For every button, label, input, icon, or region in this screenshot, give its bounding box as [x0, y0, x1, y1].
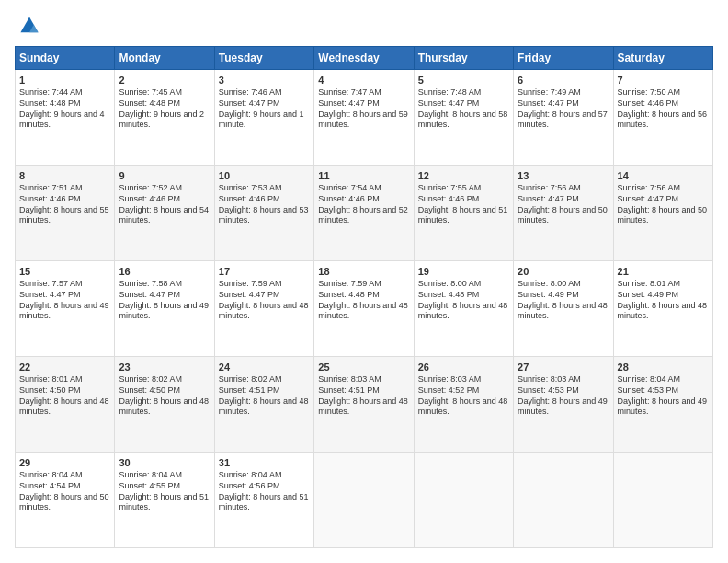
- day-info: Daylight: 8 hours and 57 minutes.: [518, 109, 609, 131]
- day-number: 17: [219, 265, 310, 278]
- day-info: Sunset: 4:48 PM: [19, 98, 110, 109]
- day-info: Sunset: 4:47 PM: [19, 290, 110, 301]
- day-info: Sunset: 4:47 PM: [518, 194, 609, 205]
- day-info: Sunset: 4:48 PM: [318, 290, 409, 301]
- calendar-cell: 13Sunrise: 7:56 AMSunset: 4:47 PMDayligh…: [514, 166, 613, 261]
- day-info: Daylight: 8 hours and 48 minutes.: [119, 396, 210, 418]
- day-number: 28: [618, 361, 709, 373]
- day-info: Daylight: 8 hours and 49 minutes.: [518, 396, 609, 418]
- day-number: 19: [418, 265, 509, 278]
- calendar-cell: 28Sunrise: 8:04 AMSunset: 4:53 PMDayligh…: [613, 357, 712, 453]
- calendar-cell: 29Sunrise: 8:04 AMSunset: 4:54 PMDayligh…: [16, 453, 115, 548]
- day-info: Sunset: 4:51 PM: [219, 385, 310, 396]
- day-info: Daylight: 8 hours and 49 minutes.: [19, 301, 110, 322]
- day-info: Sunrise: 7:44 AM: [19, 87, 110, 98]
- day-number: 16: [119, 265, 210, 278]
- day-info: Sunrise: 7:56 AM: [518, 183, 609, 194]
- day-info: Daylight: 8 hours and 48 minutes.: [219, 396, 310, 418]
- calendar-cell: 11Sunrise: 7:54 AMSunset: 4:46 PMDayligh…: [314, 166, 414, 261]
- day-number: 11: [318, 169, 409, 182]
- day-info: Sunrise: 7:57 AM: [19, 279, 110, 290]
- day-number: 2: [119, 74, 210, 86]
- calendar-table: SundayMondayTuesdayWednesdayThursdayFrid…: [15, 46, 713, 548]
- day-info: Sunset: 4:49 PM: [618, 290, 709, 301]
- day-info: Sunrise: 8:02 AM: [119, 374, 210, 385]
- day-number: 24: [219, 361, 310, 373]
- day-number: 15: [19, 265, 110, 278]
- day-number: 6: [518, 74, 609, 86]
- calendar-cell: 1Sunrise: 7:44 AMSunset: 4:48 PMDaylight…: [16, 70, 115, 166]
- calendar-cell: 3Sunrise: 7:46 AMSunset: 4:47 PMDaylight…: [214, 70, 313, 166]
- day-info: Sunset: 4:49 PM: [518, 290, 609, 301]
- calendar-cell: 24Sunrise: 8:02 AMSunset: 4:51 PMDayligh…: [214, 357, 313, 453]
- day-info: Sunrise: 7:47 AM: [318, 87, 409, 98]
- calendar-cell: 10Sunrise: 7:53 AMSunset: 4:46 PMDayligh…: [214, 166, 313, 261]
- day-info: Sunset: 4:56 PM: [219, 481, 310, 492]
- day-info: Sunrise: 7:59 AM: [219, 279, 310, 290]
- header: [15, 15, 713, 37]
- day-number: 9: [119, 169, 210, 182]
- day-number: 12: [418, 169, 509, 182]
- day-info: Daylight: 8 hours and 48 minutes.: [19, 396, 110, 418]
- day-info: Sunrise: 8:00 AM: [418, 279, 509, 290]
- day-number: 30: [119, 456, 210, 469]
- day-header-sunday: Sunday: [16, 47, 115, 70]
- day-info: Sunrise: 7:49 AM: [518, 87, 609, 98]
- day-info: Sunset: 4:51 PM: [318, 385, 409, 396]
- day-info: Sunrise: 7:52 AM: [119, 183, 210, 194]
- day-info: Daylight: 8 hours and 48 minutes.: [318, 396, 409, 418]
- day-info: Sunset: 4:47 PM: [219, 98, 310, 109]
- day-info: Sunrise: 7:56 AM: [618, 183, 709, 194]
- day-number: 29: [19, 456, 110, 469]
- day-number: 23: [119, 361, 210, 373]
- day-info: Sunset: 4:53 PM: [618, 385, 709, 396]
- calendar-cell: 17Sunrise: 7:59 AMSunset: 4:47 PMDayligh…: [214, 261, 313, 357]
- calendar-cell: 6Sunrise: 7:49 AMSunset: 4:47 PMDaylight…: [514, 70, 613, 166]
- day-info: Sunset: 4:48 PM: [119, 98, 210, 109]
- day-info: Daylight: 8 hours and 54 minutes.: [119, 205, 210, 226]
- calendar-cell: 20Sunrise: 8:00 AMSunset: 4:49 PMDayligh…: [514, 261, 613, 357]
- day-info: Daylight: 8 hours and 51 minutes.: [219, 492, 310, 513]
- day-number: 8: [19, 169, 110, 182]
- day-info: Sunset: 4:46 PM: [19, 194, 110, 205]
- calendar-cell: 15Sunrise: 7:57 AMSunset: 4:47 PMDayligh…: [16, 261, 115, 357]
- day-info: Sunset: 4:46 PM: [618, 98, 709, 109]
- day-info: Sunset: 4:54 PM: [19, 481, 110, 492]
- calendar-cell: [613, 453, 712, 548]
- calendar-cell: 21Sunrise: 8:01 AMSunset: 4:49 PMDayligh…: [613, 261, 712, 357]
- calendar-cell: 14Sunrise: 7:56 AMSunset: 4:47 PMDayligh…: [613, 166, 712, 261]
- day-info: Sunset: 4:53 PM: [518, 385, 609, 396]
- page: SundayMondayTuesdayWednesdayThursdayFrid…: [0, 0, 728, 563]
- day-number: 20: [518, 265, 609, 278]
- day-info: Sunrise: 7:55 AM: [418, 183, 509, 194]
- calendar-cell: 16Sunrise: 7:58 AMSunset: 4:47 PMDayligh…: [115, 261, 214, 357]
- day-info: Daylight: 8 hours and 50 minutes.: [618, 205, 709, 226]
- day-info: Sunrise: 8:03 AM: [418, 374, 509, 385]
- day-info: Daylight: 8 hours and 48 minutes.: [518, 301, 609, 322]
- day-info: Daylight: 8 hours and 59 minutes.: [318, 109, 409, 131]
- day-number: 25: [318, 361, 409, 373]
- day-header-saturday: Saturday: [613, 47, 712, 70]
- logo-icon: [18, 15, 40, 37]
- day-info: Sunrise: 8:04 AM: [119, 470, 210, 481]
- day-info: Daylight: 8 hours and 49 minutes.: [618, 396, 709, 418]
- day-number: 10: [219, 169, 310, 182]
- day-info: Sunset: 4:47 PM: [318, 98, 409, 109]
- day-info: Daylight: 8 hours and 48 minutes.: [318, 301, 409, 322]
- day-info: Sunset: 4:47 PM: [219, 290, 310, 301]
- calendar-cell: 2Sunrise: 7:45 AMSunset: 4:48 PMDaylight…: [115, 70, 214, 166]
- day-info: Sunrise: 7:50 AM: [618, 87, 709, 98]
- day-info: Daylight: 8 hours and 51 minutes.: [418, 205, 509, 226]
- day-info: Sunrise: 8:02 AM: [219, 374, 310, 385]
- day-number: 13: [518, 169, 609, 182]
- day-header-friday: Friday: [514, 47, 613, 70]
- day-number: 18: [318, 265, 409, 278]
- day-info: Sunset: 4:47 PM: [518, 98, 609, 109]
- calendar-cell: 4Sunrise: 7:47 AMSunset: 4:47 PMDaylight…: [314, 70, 414, 166]
- day-info: Sunrise: 7:51 AM: [19, 183, 110, 194]
- calendar-cell: [514, 453, 613, 548]
- day-info: Daylight: 8 hours and 55 minutes.: [19, 205, 110, 226]
- day-info: Sunrise: 8:00 AM: [518, 279, 609, 290]
- day-info: Sunrise: 7:58 AM: [119, 279, 210, 290]
- day-info: Sunrise: 7:53 AM: [219, 183, 310, 194]
